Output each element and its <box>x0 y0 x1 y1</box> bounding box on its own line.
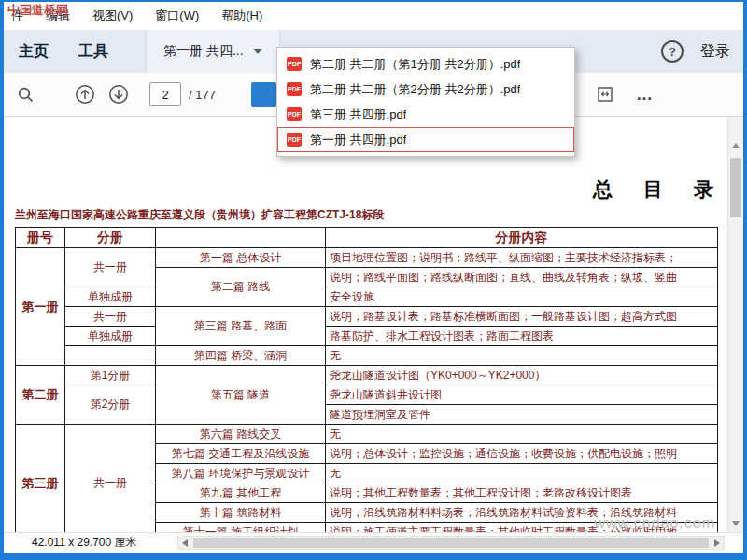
toc-cell-content: 隧道预埋洞室及管件 <box>326 405 718 425</box>
help-icon[interactable]: ? <box>661 40 684 63</box>
toc-cell-sec: 第五篇 隧道 <box>156 366 326 425</box>
menu-help[interactable]: 帮助(H) <box>221 7 262 24</box>
recent-file-label: 第三册 共四册.pdf <box>310 106 406 123</box>
vertical-scrollbar[interactable] <box>727 117 743 532</box>
recent-file-label: 第二册 共二册（第1分册 共2分册）.pdf <box>310 56 520 73</box>
horizontal-scrollbar[interactable] <box>177 536 725 550</box>
recent-file-item[interactable]: PDF 第三册 共四册.pdf <box>277 102 574 127</box>
scroll-right-icon[interactable] <box>714 539 720 547</box>
recent-file-item[interactable]: PDF 第二册 共二册（第2分册 共2分册）.pdf <box>277 77 574 102</box>
page-total-label: / 177 <box>189 88 216 102</box>
toc-cell-content: 无 <box>326 425 718 444</box>
toc-cell-vol: 第三册 <box>16 425 65 533</box>
scroll-down-icon[interactable] <box>732 521 740 526</box>
scroll-left-icon[interactable] <box>182 539 188 547</box>
toc-row: 共一册第三篇 路基、路面说明；路基设计表；路基标准横断面图；一般路基设计图；超高… <box>16 307 718 327</box>
toc-header-cell: 分册 <box>65 228 156 248</box>
toc-cell-sub: 单独成册 <box>65 287 156 307</box>
pdf-page: 总 目 录 兰州至海口国家高速公路重庆至遵义段（贵州境）扩容工程第CZTJ-18… <box>4 117 728 532</box>
more-tools-button[interactable]: … <box>632 80 657 108</box>
menu-window[interactable]: 窗口(W) <box>155 7 199 24</box>
toc-cell-content: 安全设施 <box>326 287 718 307</box>
tab-tools[interactable]: 工具 <box>63 30 123 73</box>
status-bar: 42.011 x 29.700 厘米 <box>4 532 743 553</box>
toc-row: 第2分册尧龙山隧道斜井设计图 <box>16 385 718 405</box>
tabbar-right-group: ? 登录 <box>661 40 743 63</box>
toc-cell-sec: 第八篇 环境保护与景观设计 <box>156 464 326 483</box>
toc-cell-sub: 共一册 <box>65 307 156 327</box>
next-page-button[interactable] <box>105 80 133 108</box>
recent-file-label: 第一册 共四册.pdf <box>310 132 406 148</box>
toc-cell-sec: 第六篇 路线交叉 <box>156 425 326 444</box>
active-tool-button[interactable] <box>251 82 276 107</box>
pdf-reader-window: 件 编辑 视图(V) 窗口(W) 帮助(H) 主页 工具 第一册 共四... ?… <box>0 0 747 560</box>
toc-cell-sec: 第一篇 总体设计 <box>156 248 326 268</box>
toolbar-right-group: … <box>591 80 657 108</box>
toc-row: 第一册共一册第一篇 总体设计项目地理位置图；说明书；路线平、纵面缩图；主要技术经… <box>16 248 718 268</box>
toc-cell-content: 说明；路基设计表；路基标准横断面图；一般路基设计图；超高方式图 <box>326 307 718 327</box>
toc-row: 第三册共一册第六篇 路线交叉无 <box>16 425 718 444</box>
search-icon <box>17 86 35 104</box>
scroll-up-icon[interactable] <box>732 143 740 148</box>
arrow-down-circle-icon <box>108 84 129 105</box>
toc-cell-sub: 共一册 <box>65 248 156 287</box>
toc-cell-sub: 第1分册 <box>65 366 156 385</box>
tab-home[interactable]: 主页 <box>4 30 63 73</box>
horizontal-scrollbar-thumb[interactable] <box>193 538 709 548</box>
watermark-bottom: www.cndao.com <box>595 515 716 532</box>
toc-cell-sec: 第四篇 桥梁、涵洞 <box>156 346 326 366</box>
toc-cell-sec: 第三篇 路基、路面 <box>156 307 326 346</box>
toc-row: 第二册第1分册第五篇 隧道尧龙山隧道设计图（YK0+000～YK2+000） <box>16 366 718 385</box>
toc-cell-sub: 第2分册 <box>65 385 156 425</box>
page-dimensions-label: 42.011 x 29.700 厘米 <box>32 535 137 551</box>
document-area: 总 目 录 兰州至海口国家高速公路重庆至遵义段（贵州境）扩容工程第CZTJ-18… <box>4 117 743 532</box>
toc-cell-sec: 第二篇 路线 <box>156 268 326 307</box>
document-tab-label: 第一册 共四... <box>163 43 244 60</box>
toc-header-cell <box>156 228 326 248</box>
toc-cell-sub <box>65 346 156 366</box>
toc-cell-content: 说明；路线平面图；路线纵断面图；直线、曲线及转角表；纵坡、竖曲 <box>326 268 718 287</box>
toc-table: 册号分册分册内容第一册共一册第一篇 总体设计项目地理位置图；说明书；路线平、纵面… <box>15 227 718 532</box>
vertical-scrollbar-thumb[interactable] <box>730 158 741 217</box>
pdf-file-icon: PDF <box>287 82 302 96</box>
watermark-top: 中国道桥网 <box>7 2 68 19</box>
toc-cell-vol: 第二册 <box>16 366 65 425</box>
pdf-file-icon: PDF <box>287 133 302 147</box>
arrow-up-circle-icon <box>75 84 95 105</box>
toc-row: 第四篇 桥梁、涵洞无 <box>16 346 718 366</box>
document-subtitle: 兰州至海口国家高速公路重庆至遵义段（贵州境）扩容工程第CZTJ-18标段 <box>15 207 384 223</box>
toc-row: 单独成册路基防护、排水工程设计图表；路面工程图表 <box>16 327 718 346</box>
recent-file-item[interactable]: PDF 第二册 共二册（第1分册 共2分册）.pdf <box>277 51 574 77</box>
fit-page-button[interactable] <box>591 80 619 108</box>
toc-cell-vol: 第一册 <box>16 248 65 366</box>
fit-page-icon <box>596 86 614 103</box>
toc-cell-sec: 第九篇 其他工程 <box>156 483 326 503</box>
toc-cell-content: 尧龙山隧道设计图（YK0+000～YK2+000） <box>326 366 718 385</box>
search-button[interactable] <box>11 80 39 108</box>
pdf-file-icon: PDF <box>287 107 302 121</box>
page-number-input[interactable]: 2 <box>149 82 181 106</box>
menu-bar: 件 编辑 视图(V) 窗口(W) 帮助(H) <box>4 2 743 30</box>
toc-cell-content: 无 <box>326 464 718 483</box>
menu-view[interactable]: 视图(V) <box>92 7 133 24</box>
chevron-down-icon[interactable] <box>253 49 262 54</box>
toc-cell-content: 项目地理位置图；说明书；路线平、纵面缩图；主要技术经济指标表； <box>326 248 718 268</box>
toc-header-cell: 分册内容 <box>326 228 718 248</box>
toc-header-row: 册号分册分册内容 <box>16 228 718 248</box>
recent-files-dropdown: PDF 第二册 共二册（第1分册 共2分册）.pdf PDF 第二册 共二册（第… <box>276 47 575 157</box>
toc-cell-content: 尧龙山隧道斜井设计图 <box>326 385 718 405</box>
pdf-file-icon: PDF <box>287 57 302 71</box>
previous-page-button[interactable] <box>71 80 99 108</box>
toc-cell-sec: 第七篇 交通工程及沿线设施 <box>156 444 326 464</box>
toc-cell-content: 说明；总体设计；监控设施；通信设施；收费设施；供配电设施；照明 <box>326 444 718 464</box>
recent-file-item-selected[interactable]: PDF 第一册 共四册.pdf <box>277 127 574 152</box>
toc-cell-sec: 第十篇 筑路材料 <box>156 503 326 523</box>
toc-row: 单独成册安全设施 <box>16 287 718 307</box>
toc-cell-sub: 单独成册 <box>65 327 156 346</box>
toc-header-cell: 册号 <box>16 228 65 248</box>
document-tab[interactable]: 第一册 共四... <box>146 30 280 73</box>
toc-cell-content: 说明；其他工程数量表；其他工程设计图；老路改移设计图表 <box>326 483 718 503</box>
toc-cell-sub: 共一册 <box>65 425 156 533</box>
document-title: 总 目 录 <box>593 176 719 203</box>
login-button[interactable]: 登录 <box>700 42 730 62</box>
